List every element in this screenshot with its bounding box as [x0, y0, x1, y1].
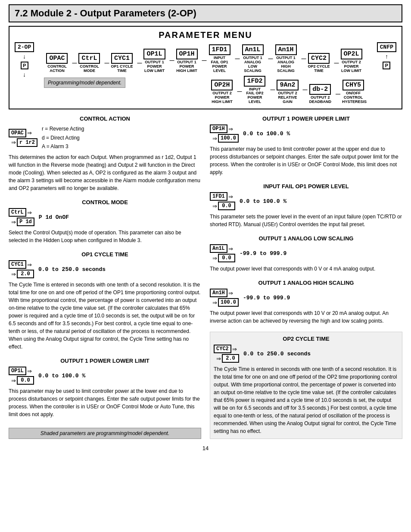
cnfp-display: CNFP	[377, 42, 396, 52]
option-a: A = Alarm 3	[42, 142, 84, 151]
op2-cycle-display-top: CYC2	[214, 345, 231, 353]
control-action-arrow-dn: ⇒	[11, 139, 16, 146]
section-op1-upper: OUTPUT 1 POWER UPPER LIMIT OP1H ⇒ ⇒ 100.…	[210, 115, 402, 176]
control-action-display-bot: r 1r2	[17, 138, 37, 147]
page-number: 14	[9, 445, 402, 451]
section-op1-lower: OUTPUT 1 POWER LOWER LIMIT OP1L ⇒ ⇒ 0.0	[9, 358, 201, 418]
op2-cycle-body: The Cycle Time is entered in seconds wit…	[214, 365, 399, 435]
section-input-fail-op1: INPUT FAIL OP1 POWER LEVEL 1FD1 ⇒ ⇒ 0.0	[210, 183, 402, 228]
op1-analog-high-range: -99.9 to 999.9	[243, 295, 290, 301]
menu-item-9an2: 9An2 OUTPUT 2RELATIVEGAIN	[277, 80, 298, 104]
op1-analog-high-title: OUTPUT 1 ANALOG HIGH SCALING	[210, 280, 402, 286]
op1-analog-low-display-bot: 0.0	[218, 254, 235, 262]
page-title: 7.2 Module 2 - Output Parameters (2-OP)	[9, 4, 402, 22]
op1-lower-display-top: OP1L	[9, 367, 26, 375]
op1-lower-title: OUTPUT 1 POWER LOWER LIMIT	[9, 358, 201, 364]
menu-item-1fd2: 1FD2 INPUTFAIL OP2POWER LEVEL	[243, 76, 266, 105]
menu-item-chys: CHY5 ON/OFFCONTROLHYSTERESIS	[342, 80, 364, 104]
op1-cycle-range: 0.0 to 250.0 seconds	[38, 266, 106, 273]
op2-cycle-title: OP2 CYCLE TIME	[214, 336, 399, 342]
control-mode-display-top: CtrL	[9, 208, 26, 217]
p-button-left[interactable]: P	[21, 62, 28, 69]
two-op-display: 2-OP	[15, 42, 34, 52]
control-mode-display-bot: P 1d	[17, 218, 34, 226]
section-op1-analog-low: OUTPUT 1 ANALOG LOW SCALING An1L ⇒ ⇒ 0.0	[210, 235, 402, 273]
menu-item-an1h: An1H OUTPUT 1ANALOGHIGH SCALING	[275, 44, 297, 73]
op1-upper-display-bot: 100.0	[218, 134, 239, 143]
op1-analog-high-display-top: An1H	[210, 289, 227, 297]
control-mode-title: CONTROL MODE	[9, 199, 201, 205]
control-mode-arrow-dn: ⇒	[11, 219, 16, 225]
op1-upper-range: 0.0 to 100.0 %	[243, 131, 290, 137]
main-content: CONTROL ACTION OPAC ⇒ ⇒ r 1r2 r = Reve	[9, 115, 402, 442]
op1-upper-body: This parameter may be used to limit cont…	[210, 145, 402, 176]
page-wrapper: 7.2 Module 2 - Output Parameters (2-OP) …	[0, 0, 411, 460]
op1-analog-high-display-bot: 100.0	[218, 298, 239, 307]
op2-cycle-display-bot: 2.0	[222, 354, 239, 363]
section-control-action: CONTROL ACTION OPAC ⇒ ⇒ r 1r2 r = Reve	[9, 115, 201, 192]
section-op1-cycle-time: OP1 CYCLE TIME CYC1 ⇒ ⇒ 2.0 0.0 to 250	[9, 251, 201, 351]
left-column: CONTROL ACTION OPAC ⇒ ⇒ r 1r2 r = Reve	[9, 115, 201, 442]
menu-item-cyc2: CYC2 OP2 CYCLETIME	[308, 53, 330, 73]
menu-item-1fd1: 1FD1 INPUTFAIL OP1POWER LEVEL	[209, 44, 231, 73]
control-mode-arrow-rt: ⇒	[27, 209, 32, 216]
option-d: d = Direct Acting	[42, 134, 84, 142]
input-fail-op1-display-top: 1FD1	[210, 192, 227, 201]
param-menu-box: PARAMETER MENU 2-OP ↓ P ↓ CNFP ↑ P OPAC …	[9, 26, 402, 109]
op1-cycle-body: The Cycle Time is entered in seconds wit…	[9, 281, 201, 351]
param-menu-title: PARAMETER MENU	[14, 30, 397, 40]
menu-item-op1l: OP1L OUTPUT 1POWERLOW LIMIT	[143, 49, 165, 73]
menu-item-ctrl: CtrL CONTROLMODE	[78, 53, 100, 73]
op1-analog-low-range: -99.9 to 999.9	[240, 250, 286, 257]
p-button-right[interactable]: P	[383, 62, 390, 69]
menu-item-opac: OPAC CONTROLACTION	[46, 53, 68, 73]
right-column: OUTPUT 1 POWER UPPER LIMIT OP1H ⇒ ⇒ 100.…	[210, 115, 402, 442]
op1-cycle-display-bot: 2.0	[17, 270, 34, 278]
section-op2-cycle-time: OP2 CYCLE TIME CYC2 ⇒ ⇒ 2.0 0.0 to 250	[210, 332, 402, 439]
menu-item-db2: db-2 OUTPUT 2DEADBAND	[309, 84, 332, 104]
op1-analog-low-body: The output power level that corresponds …	[210, 265, 402, 273]
op1-upper-display-top: OP1H	[210, 124, 227, 133]
control-mode-options: P 1d OnOF	[39, 214, 69, 221]
control-action-title: CONTROL ACTION	[9, 115, 201, 122]
option-r: r = Reverse Acting	[42, 124, 84, 133]
op1-lower-body: This parameter may be used to limit cont…	[9, 387, 201, 418]
prog-note: Programming/model dependent.	[44, 78, 125, 88]
op1-analog-low-display-top: An1L	[210, 244, 227, 253]
op1-lower-display-bot: 0.0	[17, 376, 34, 385]
control-action-options: r = Reverse Acting d = Direct Acting A =…	[42, 124, 84, 151]
shaded-note: Shaded parameters are programming/model …	[9, 428, 201, 439]
op1-cycle-display-top: CYC1	[9, 260, 26, 269]
section-control-mode: CONTROL MODE CtrL ⇒ ⇒ P 1d P 1d OnO	[9, 199, 201, 244]
control-action-arrow-rt: ⇒	[27, 130, 32, 136]
control-action-display-top: OPAC	[9, 129, 26, 137]
menu-item-op2l: OP2L OUTPUT 2POWERLOW LIMIT	[341, 49, 362, 73]
input-fail-op1-title: INPUT FAIL OP1 POWER LEVEL	[210, 183, 402, 190]
control-action-body: This determines the action for each Outp…	[9, 153, 201, 192]
menu-item-op1h: OP1H OUTPUT 1POWERHIGH LIMIT	[176, 49, 198, 73]
control-mode-body: Select the Control Output(s) mode of ope…	[9, 229, 201, 244]
op1-cycle-title: OP1 CYCLE TIME	[9, 251, 201, 258]
op2-cycle-range: 0.0 to 250.0 seconds	[243, 351, 311, 357]
op1-analog-low-title: OUTPUT 1 ANALOG LOW SCALING	[210, 235, 402, 242]
op1-upper-title: OUTPUT 1 POWER UPPER LIMIT	[210, 115, 402, 122]
input-fail-op1-body: This parameter sets the power level in t…	[210, 213, 402, 228]
op1-lower-range: 0.0 to 100.0 %	[38, 373, 85, 379]
menu-item-cyc1: CYC1 OP1 CYCLETIME	[111, 53, 133, 73]
input-fail-op1-display-bot: 0.0	[218, 202, 235, 210]
input-fail-op1-range: 0.0 to 100.0 %	[240, 198, 286, 205]
menu-item-an1l: An1L OUTPUT 1ANALOG LOWSCALING	[242, 44, 264, 73]
op1-analog-high-body: The output power level that corresponds …	[210, 309, 402, 325]
menu-item-op2h: OP2H OUTPUT 2POWERHIGH LIMIT	[211, 80, 233, 104]
section-op1-analog-high: OUTPUT 1 ANALOG HIGH SCALING An1H ⇒ ⇒ 10…	[210, 280, 402, 325]
